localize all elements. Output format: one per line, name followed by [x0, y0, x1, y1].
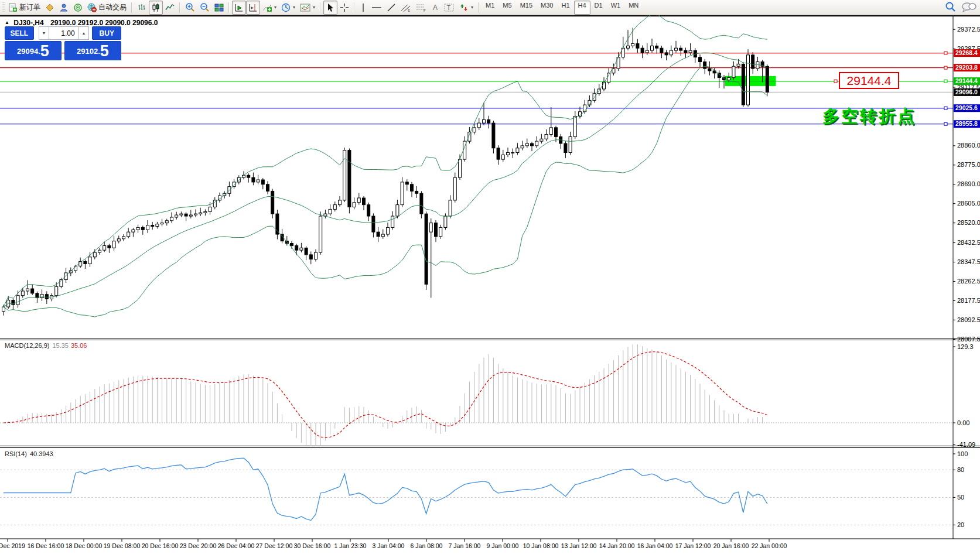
- crosshair-tool-button[interactable]: [337, 1, 351, 15]
- tab-timeframe-H4[interactable]: H4: [574, 1, 590, 15]
- bb-lower-band: [4, 66, 767, 317]
- macd-signal-value: 35.06: [71, 342, 87, 349]
- buy-button[interactable]: BUY: [92, 26, 121, 40]
- auto-scroll-icon: [234, 3, 244, 12]
- volume-decrease-button[interactable]: ▼: [39, 26, 50, 40]
- text-tool-button[interactable]: A: [429, 1, 442, 15]
- periods-button[interactable]: ▾: [279, 1, 298, 15]
- macd-name: MACD(12,26,9): [5, 342, 49, 349]
- chart-area[interactable]: 29372.529287.529117.528860.028775.028690…: [0, 15, 980, 554]
- equidistant-channel-icon: E: [401, 3, 411, 12]
- line-chart-icon: [165, 3, 175, 12]
- label-tool-button[interactable]: T: [442, 1, 457, 15]
- shapes-tool-button[interactable]: ▾: [457, 1, 476, 15]
- chart-shift-button[interactable]: [246, 1, 260, 15]
- svg-text:17 Jan 12:00: 17 Jan 12:00: [675, 542, 711, 549]
- auto-scroll-button[interactable]: [232, 1, 246, 15]
- market-watch-button[interactable]: [43, 1, 57, 15]
- auto-trading-icon: [87, 3, 97, 12]
- new-order-label: 新订单: [19, 2, 40, 12]
- svg-text:20 Jan 16:00: 20 Jan 16:00: [713, 542, 749, 549]
- horizontal-lines: [0, 52, 953, 125]
- bar-chart-mode-button[interactable]: [135, 1, 149, 15]
- main-toolbar: 新订单 自动交易 ▾ ▾: [0, 0, 980, 15]
- fibonacci-tool-button[interactable]: F: [414, 1, 429, 15]
- tile-windows-button[interactable]: [212, 1, 226, 15]
- tab-timeframe-M5[interactable]: M5: [498, 1, 515, 15]
- svg-text:19 Dec 08:00: 19 Dec 08:00: [104, 542, 141, 549]
- tab-timeframe-W1[interactable]: W1: [607, 1, 625, 15]
- sell-price-pips: 5: [40, 43, 49, 59]
- rsi-line: [4, 458, 767, 520]
- svg-text:16 Jan 04:00: 16 Jan 04:00: [637, 542, 673, 549]
- tab-timeframe-D1[interactable]: D1: [590, 1, 607, 15]
- buy-price-box[interactable]: 29102. 5: [64, 41, 121, 60]
- tab-timeframe-M1[interactable]: M1: [482, 1, 498, 15]
- zoom-in-button[interactable]: [183, 1, 197, 15]
- navigator-button[interactable]: [57, 1, 71, 15]
- svg-text:E: E: [408, 9, 410, 12]
- navigator-icon: [59, 3, 69, 12]
- svg-text:9 Jan 00:00: 9 Jan 00:00: [487, 542, 519, 549]
- templates-button[interactable]: ▾: [298, 1, 317, 15]
- chart-frame: [0, 15, 980, 16]
- buy-price: 29102.: [77, 45, 100, 59]
- sell-button[interactable]: SELL: [5, 26, 34, 40]
- horizontal-line-tool-button[interactable]: [369, 1, 384, 15]
- auto-trading-label: 自动交易: [98, 2, 127, 12]
- svg-text:26 Dec 04:00: 26 Dec 04:00: [218, 542, 255, 549]
- toolbar-grip: [2, 2, 5, 13]
- volume-input[interactable]: 1.00: [49, 26, 78, 40]
- time-axis: 13 Dec 201916 Dec 16:0018 Dec 00:0019 De…: [0, 539, 980, 549]
- line-chart-mode-button[interactable]: [163, 1, 177, 15]
- sell-price: 29094.: [17, 45, 40, 59]
- tab-timeframe-M30[interactable]: M30: [537, 1, 557, 15]
- sell-price-box[interactable]: 29094. 5: [5, 41, 62, 60]
- svg-text:20: 20: [957, 521, 964, 528]
- svg-text:28955.8: 28955.8: [955, 120, 978, 127]
- tab-timeframe-MN[interactable]: MN: [624, 1, 643, 15]
- volume-increase-button[interactable]: ▲: [78, 26, 90, 40]
- candlestick-mode-button[interactable]: [149, 1, 163, 15]
- annotation-text-cn[interactable]: 多空转折点: [822, 105, 916, 128]
- new-order-button[interactable]: 新订单: [6, 1, 43, 15]
- text-label-icon: T: [444, 3, 455, 12]
- zoom-out-button[interactable]: [197, 1, 212, 15]
- tab-timeframe-H1[interactable]: H1: [557, 1, 573, 15]
- vertical-line-icon: [360, 3, 367, 12]
- price-callout-label[interactable]: 29144.4: [839, 72, 899, 89]
- svg-text:28605.0: 28605.0: [957, 200, 980, 207]
- chart-shift-icon: [248, 3, 258, 12]
- trendline-tool-button[interactable]: [384, 1, 398, 15]
- text-icon: A: [431, 3, 439, 12]
- quotes-icon: [45, 3, 54, 12]
- svg-text:28092.5: 28092.5: [957, 316, 980, 323]
- signals-button[interactable]: [71, 1, 85, 15]
- collapse-arrow-icon[interactable]: ▲: [5, 20, 9, 25]
- svg-text:129.3: 129.3: [957, 343, 974, 350]
- indicators-button[interactable]: ▾: [260, 1, 279, 15]
- svg-text:-41.09: -41.09: [957, 441, 975, 448]
- indicators-icon: [262, 3, 272, 12]
- svg-text:T: T: [447, 5, 450, 11]
- chart-canvas[interactable]: 29372.529287.529117.528860.028775.028690…: [0, 15, 980, 554]
- template-icon: [300, 3, 310, 12]
- macd-panel: [0, 344, 953, 446]
- channel-tool-button[interactable]: E: [398, 1, 414, 15]
- chat-icon[interactable]: [961, 1, 976, 13]
- svg-text:7 Jan 16:00: 7 Jan 16:00: [449, 542, 481, 549]
- cursor-tool-button[interactable]: [323, 1, 337, 15]
- search-icon[interactable]: [945, 1, 957, 13]
- tab-timeframe-M15[interactable]: M15: [516, 1, 537, 15]
- bar-chart-icon: [137, 3, 146, 12]
- price-axis: 29372.529287.529117.528860.028775.028690…: [953, 16, 980, 539]
- candles-layer: [2, 28, 769, 315]
- vertical-line-tool-button[interactable]: [357, 1, 369, 15]
- periods-caret-icon: ▾: [293, 5, 295, 10]
- rsi-indicator-label: RSI(14)40.3943: [5, 450, 53, 457]
- bb-middle-band: [4, 53, 767, 307]
- svg-text:28262.5: 28262.5: [957, 278, 980, 285]
- svg-text:28860.0: 28860.0: [957, 142, 980, 149]
- auto-trading-button[interactable]: 自动交易: [85, 1, 129, 15]
- ohlc-values: 29190.0 29192.0 29090.0 29096.0: [50, 19, 158, 27]
